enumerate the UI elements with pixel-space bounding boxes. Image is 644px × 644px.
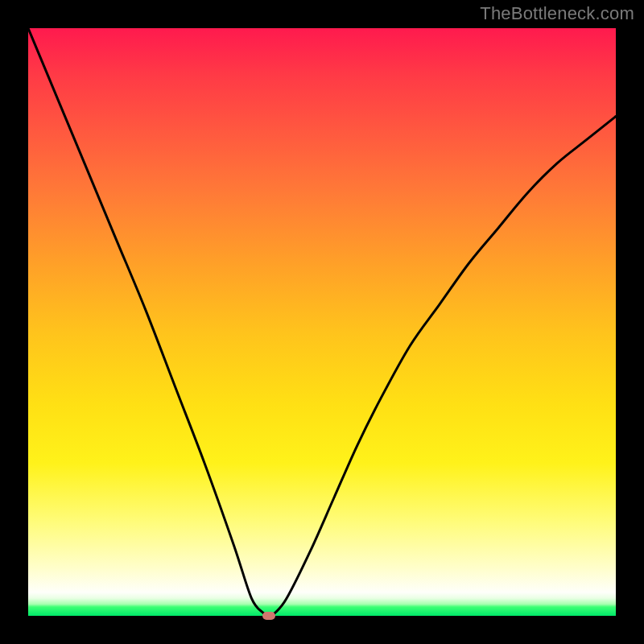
chart-frame: TheBottleneck.com xyxy=(0,0,644,644)
optimal-point-marker xyxy=(262,612,275,620)
chart-curve-layer xyxy=(28,28,616,616)
bottleneck-curve xyxy=(28,28,616,616)
watermark-text: TheBottleneck.com xyxy=(480,3,634,24)
